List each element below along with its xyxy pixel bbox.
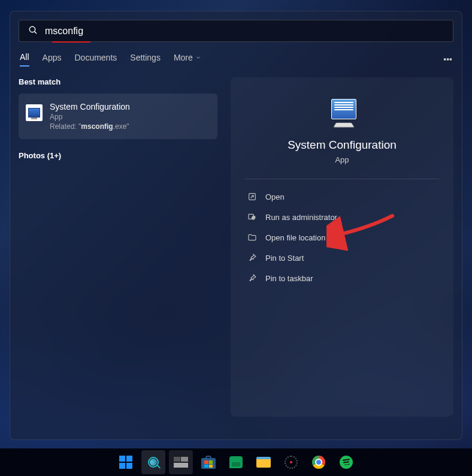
tab-documents[interactable]: Documents xyxy=(74,53,117,66)
taskbar-msstore[interactable] xyxy=(196,450,220,474)
result-type: App xyxy=(50,113,210,121)
svg-point-0 xyxy=(29,26,35,32)
tab-settings[interactable]: Settings xyxy=(130,53,161,66)
search-tabs: All Apps Documents Settings More ••• xyxy=(19,47,453,77)
action-label: Open xyxy=(265,192,285,201)
tab-apps[interactable]: Apps xyxy=(43,53,62,66)
chevron-down-icon xyxy=(195,55,201,61)
taskbar-taskview[interactable] xyxy=(169,450,193,474)
taskbar-start[interactable] xyxy=(114,450,138,474)
search-bar[interactable] xyxy=(19,20,453,42)
action-run-as-administrator[interactable]: Run as administrator xyxy=(245,207,439,227)
taskbar-chrome[interactable] xyxy=(307,450,331,474)
action-label: Open file location xyxy=(265,233,325,242)
app-large-icon xyxy=(326,99,358,128)
chrome-icon xyxy=(312,456,325,469)
action-pin-to-taskbar[interactable]: Pin to taskbar xyxy=(245,268,439,288)
folder-icon xyxy=(256,457,271,468)
search-input[interactable] xyxy=(45,26,446,37)
action-label: Run as administrator xyxy=(265,213,337,222)
action-open[interactable]: Open xyxy=(245,186,439,207)
taskbar-spotify[interactable] xyxy=(334,450,358,474)
divider xyxy=(245,179,439,179)
windows-icon xyxy=(119,456,132,469)
preview-pane: System Configuration App Open Run as adm… xyxy=(231,77,453,417)
action-pin-to-start[interactable]: Pin to Start xyxy=(245,248,439,268)
taskbar-powertoys[interactable] xyxy=(279,450,303,474)
results-column: Best match System Configuration App Rela… xyxy=(19,77,217,417)
search-icon xyxy=(28,25,38,37)
preview-subtitle: App xyxy=(335,155,349,164)
pin-icon xyxy=(247,273,257,283)
taskbar-explorer[interactable] xyxy=(252,450,276,474)
power-icon xyxy=(285,456,298,469)
tab-more-label: More xyxy=(174,53,193,62)
action-list: Open Run as administrator Open file loca… xyxy=(245,186,439,288)
tab-more[interactable]: More xyxy=(174,53,201,66)
best-match-label: Best match xyxy=(19,77,217,86)
result-title: System Configuration xyxy=(50,102,210,112)
action-label: Pin to taskbar xyxy=(265,274,313,283)
action-label: Pin to Start xyxy=(265,254,304,263)
folder-icon xyxy=(247,233,257,242)
svg-line-1 xyxy=(35,32,37,34)
start-menu: All Apps Documents Settings More ••• Bes… xyxy=(10,11,462,440)
search-icon xyxy=(146,454,161,469)
preview-title: System Configuration xyxy=(288,138,397,152)
result-related: Related: "msconfig.exe" xyxy=(50,122,210,131)
photos-section-label[interactable]: Photos (1+) xyxy=(19,151,217,160)
taskbar-search[interactable] xyxy=(141,450,165,474)
app-icon xyxy=(26,104,43,121)
pin-icon xyxy=(247,253,257,263)
taskbar-chat[interactable] xyxy=(224,450,248,474)
result-system-configuration[interactable]: System Configuration App Related: "mscon… xyxy=(19,94,217,139)
chat-icon xyxy=(229,456,243,468)
annotation-underline xyxy=(52,41,90,43)
shield-icon xyxy=(247,212,257,222)
taskview-icon xyxy=(174,457,188,468)
more-options-button[interactable]: ••• xyxy=(443,55,452,64)
spotify-icon xyxy=(340,456,353,469)
taskbar xyxy=(0,448,472,476)
open-icon xyxy=(247,192,257,201)
msstore-icon xyxy=(201,456,216,469)
action-open-file-location[interactable]: Open file location xyxy=(245,227,439,248)
tab-all[interactable]: All xyxy=(20,52,29,67)
